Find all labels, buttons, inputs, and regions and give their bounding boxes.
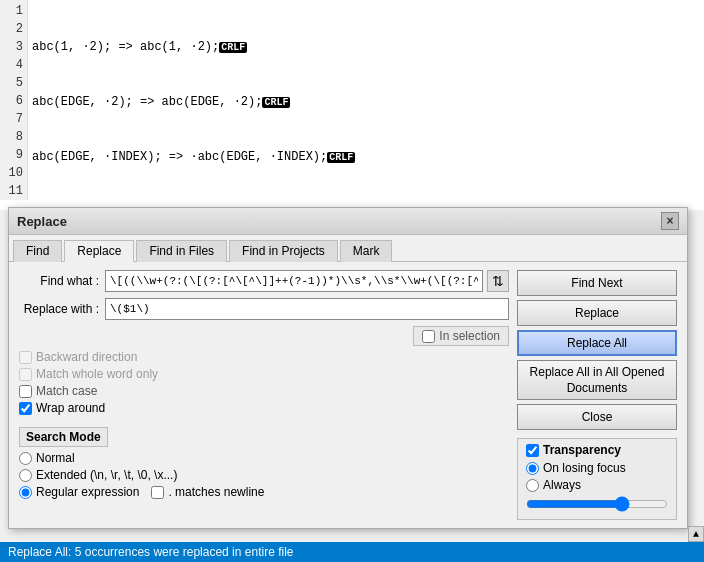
replace-all-button[interactable]: Replace All (517, 330, 677, 356)
code-editor: 12345 67891011 abc(1, ·2); => abc(1, ·2)… (0, 0, 704, 210)
always-label: Always (543, 478, 581, 492)
wrap-around-row: Wrap around (19, 401, 509, 415)
replace-dialog: Replace × Find Replace Find in Files Fin… (8, 207, 688, 529)
swap-button[interactable]: ⇅ (487, 270, 509, 292)
tab-find[interactable]: Find (13, 240, 62, 262)
in-selection-checkbox-group: In selection (413, 326, 509, 346)
replace-input[interactable] (105, 298, 509, 320)
dialog-body: Find what : ⇅ Replace with : In selectio… (9, 262, 687, 528)
normal-label: Normal (36, 451, 75, 465)
on-losing-focus-label: On losing focus (543, 461, 626, 475)
backward-label: Backward direction (36, 350, 137, 364)
regex-label: Regular expression (36, 485, 139, 499)
whole-word-checkbox (19, 368, 32, 381)
right-panel: Find Next Replace Replace All Replace Al… (517, 270, 677, 520)
tab-find-in-projects[interactable]: Find in Projects (229, 240, 338, 262)
match-case-checkbox[interactable] (19, 385, 32, 398)
replace-label: Replace with : (19, 302, 99, 316)
transparency-section: Transparency On losing focus Always (517, 438, 677, 520)
find-input[interactable] (105, 270, 483, 292)
dialog-title: Replace (17, 214, 67, 229)
find-label: Find what : (19, 274, 99, 288)
in-selection-row: In selection (19, 326, 509, 346)
backward-checkbox (19, 351, 32, 364)
find-row: Find what : ⇅ (19, 270, 509, 292)
tab-mark[interactable]: Mark (340, 240, 393, 262)
status-message: Replace All: 5 occurrences were replaced… (8, 545, 293, 559)
always-radio[interactable] (526, 479, 539, 492)
code-lines: abc(1, ·2); => abc(1, ·2);CRLF abc(EDGE,… (28, 0, 704, 210)
on-losing-focus-row: On losing focus (526, 461, 668, 475)
in-selection-checkbox[interactable] (422, 330, 435, 343)
whole-word-row: Match whole word only (19, 367, 509, 381)
extended-mode-row: Extended (\n, \r, \t, \0, \x...) (19, 468, 509, 482)
match-case-label: Match case (36, 384, 97, 398)
wrap-around-checkbox[interactable] (19, 402, 32, 415)
replace-input-group (105, 298, 509, 320)
replace-all-docs-button[interactable]: Replace All in All Opened Documents (517, 360, 677, 400)
dialog-close-button[interactable]: Close (517, 404, 677, 430)
dot-matches-checkbox[interactable] (151, 486, 164, 499)
wrap-around-label: Wrap around (36, 401, 105, 415)
replace-row: Replace with : (19, 298, 509, 320)
dot-matches-label: . matches newline (168, 485, 264, 499)
match-case-row: Match case (19, 384, 509, 398)
tab-find-in-files[interactable]: Find in Files (136, 240, 227, 262)
normal-mode-row: Normal (19, 451, 509, 465)
extended-label: Extended (\n, \r, \t, \0, \x...) (36, 468, 177, 482)
dialog-titlebar: Replace × (9, 208, 687, 235)
regex-radio[interactable] (19, 486, 32, 499)
tab-replace[interactable]: Replace (64, 240, 134, 262)
normal-radio[interactable] (19, 452, 32, 465)
scroll-up-arrow[interactable]: ▲ (688, 526, 704, 542)
regex-mode-row: Regular expression . matches newline (19, 485, 509, 499)
code-line-2: abc(EDGE, ·2); => abc(EDGE, ·2);CRLF (32, 93, 700, 112)
in-selection-label: In selection (439, 329, 500, 343)
code-line-3: abc(EDGE, ·INDEX); => ·abc(EDGE, ·INDEX)… (32, 148, 700, 167)
transparency-checkbox[interactable] (526, 444, 539, 457)
always-row: Always (526, 478, 668, 492)
status-bar: Replace All: 5 occurrences were replaced… (0, 542, 704, 562)
extended-radio[interactable] (19, 469, 32, 482)
search-mode-title: Search Mode (19, 427, 108, 447)
code-line-1: abc(1, ·2); => abc(1, ·2);CRLF (32, 38, 700, 57)
tab-bar: Find Replace Find in Files Find in Proje… (9, 235, 687, 262)
transparency-title-row: Transparency (526, 443, 668, 457)
line-numbers: 12345 67891011 (0, 0, 28, 200)
close-icon[interactable]: × (661, 212, 679, 230)
find-input-group: ⇅ (105, 270, 509, 292)
find-next-button[interactable]: Find Next (517, 270, 677, 296)
backward-row: Backward direction (19, 350, 509, 364)
transparency-slider[interactable] (526, 496, 668, 512)
transparency-slider-container (526, 496, 668, 515)
replace-button[interactable]: Replace (517, 300, 677, 326)
transparency-label: Transparency (543, 443, 621, 457)
on-losing-focus-radio[interactable] (526, 462, 539, 475)
left-panel: Find what : ⇅ Replace with : In selectio… (19, 270, 509, 520)
whole-word-label: Match whole word only (36, 367, 158, 381)
